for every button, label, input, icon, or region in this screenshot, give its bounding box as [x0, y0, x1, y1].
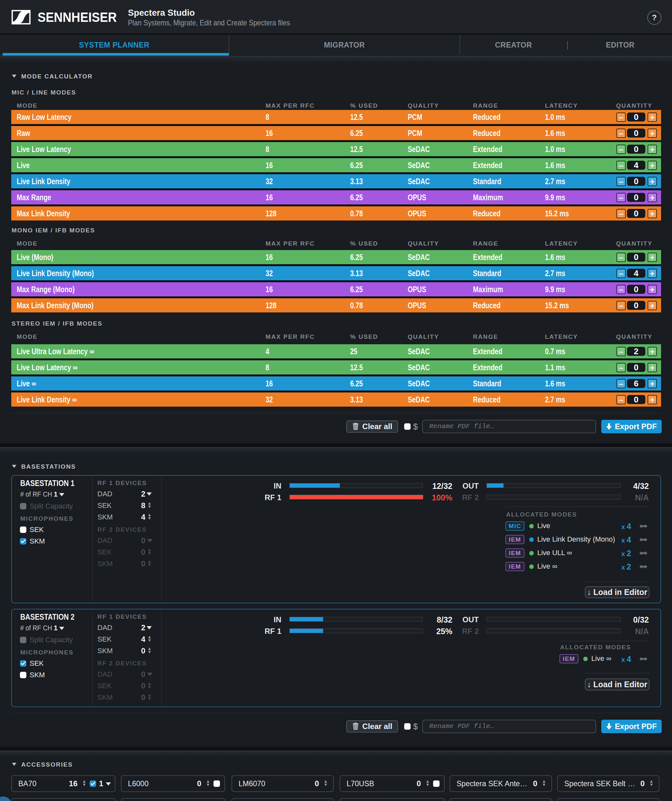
svg-text:Plan Systems, Migrate, Edit an: Plan Systems, Migrate, Edit and Create S…	[128, 18, 290, 27]
svg-text:Spectera Studio: Spectera Studio	[128, 8, 195, 18]
svg-text:SENNHEISER: SENNHEISER	[38, 10, 117, 24]
